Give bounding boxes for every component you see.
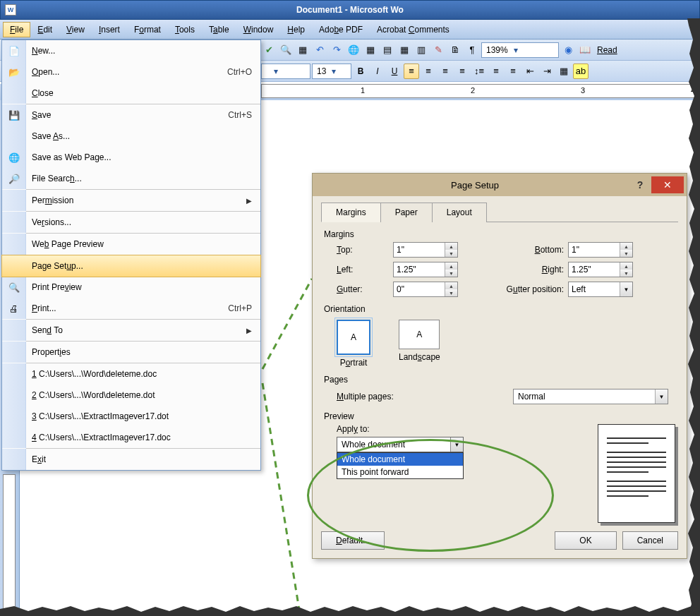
spin-up-icon[interactable]: ▲ [445,262,457,270]
increase-indent-icon[interactable]: ⇥ [539,64,555,79]
undo-icon[interactable]: ↶ [312,42,327,58]
apply-to-option-forward[interactable]: This point forward [337,466,463,478]
menu-tools[interactable]: Tools [168,22,202,37]
menu-item-properties[interactable]: Properties [2,342,260,363]
document-map-icon[interactable]: 🗎 [447,42,463,58]
align-right-icon[interactable]: ≡ [438,64,453,79]
spin-down-icon[interactable]: ▼ [445,289,457,296]
close-button[interactable]: ✕ [651,176,684,193]
align-center-icon[interactable]: ≡ [421,64,436,79]
bold-icon[interactable]: B [353,64,368,79]
spin-down-icon[interactable]: ▼ [620,250,632,257]
menu-item-print-preview[interactable]: 🔍Print Preview [2,277,260,298]
spin-down-icon[interactable]: ▼ [445,250,457,257]
menu-item-new[interactable]: 📄New... [2,40,260,61]
menu-item-web-preview[interactable]: Web Page Preview [2,234,260,255]
menu-item-recent-3[interactable]: 3 C:\Users\...\ExtractImagever17.dot [2,406,260,427]
font-size-combo[interactable]: 13 ▾ [312,64,351,79]
menu-item-save-web[interactable]: 🌐Save as Web Page... [2,147,260,168]
spin-down-icon[interactable]: ▼ [620,270,632,277]
help-button[interactable]: ? [629,179,651,191]
help-icon[interactable]: ◉ [560,42,576,58]
tab-layout[interactable]: Layout [432,203,487,222]
horizontal-ruler[interactable]: 1 2 3 4 [261,84,699,98]
tables-borders-icon[interactable]: ▦ [295,42,310,58]
line-spacing-icon[interactable]: ↕≡ [471,64,487,79]
zoom-combo[interactable]: 139% ▾ [481,42,559,58]
spin-up-icon[interactable]: ▲ [620,262,632,270]
bottom-spinner[interactable]: 1"▲▼ [568,242,633,258]
read-label[interactable]: Read [594,45,620,55]
gutter-spinner[interactable]: 0"▲▼ [393,282,458,297]
bulleted-list-icon[interactable]: ≡ [505,64,521,79]
menu-item-recent-2[interactable]: 2 C:\Users\...\Word\deleteme.dot [2,385,260,406]
drawing-icon[interactable]: ✎ [430,42,446,58]
highlight-icon[interactable]: ab [573,64,589,79]
research-icon[interactable]: 🔍 [278,42,294,58]
right-spinner[interactable]: 1.25"▲▼ [568,262,633,277]
read-mode-icon[interactable]: 📖 [577,42,593,58]
menu-edit[interactable]: Edit [30,22,59,37]
menu-file[interactable]: File [3,22,30,37]
underline-icon[interactable]: U [387,64,402,79]
menu-item-print[interactable]: 🖨Print...Ctrl+P [2,298,260,319]
font-combo[interactable]: ▾ [261,64,310,79]
decrease-indent-icon[interactable]: ⇤ [522,64,538,79]
excel-icon[interactable]: ▦ [397,42,412,58]
ok-button[interactable]: OK [555,531,616,550]
left-spinner[interactable]: 1.25"▲▼ [393,262,458,277]
tab-margins[interactable]: Margins [321,203,381,222]
cancel-button[interactable]: Cancel [622,531,678,550]
italic-icon[interactable]: I [370,64,385,79]
menu-adobe-pdf[interactable]: Adobe PDF [312,22,370,37]
dialog-titlebar[interactable]: Page Setup ? ✕ [313,174,687,196]
menu-item-recent-1[interactable]: 1 C:\Users\...\Word\deleteme.doc [2,363,260,385]
checkmark-icon[interactable]: ✔ [261,42,277,58]
menu-acrobat-comments[interactable]: Acrobat Comments [370,22,457,37]
gutter-position-combo[interactable]: Left▼ [568,282,633,297]
justify-icon[interactable]: ≡ [454,64,470,79]
apply-to-combo[interactable]: Whole document▼ Whole document This poin… [337,437,464,452]
orientation-portrait[interactable]: A Portrait [337,320,370,368]
spin-up-icon[interactable]: ▲ [445,282,457,289]
spin-up-icon[interactable]: ▲ [620,243,632,250]
show-formatting-icon[interactable]: ¶ [464,42,480,58]
default-button[interactable]: Default... [321,531,385,550]
menu-item-send-to[interactable]: Send To▶ [2,320,260,341]
preview-header: Preview [324,411,675,421]
menu-help[interactable]: Help [280,22,312,37]
menu-item-recent-4[interactable]: 4 C:\Users\...\ExtractImagever17.doc [2,427,260,448]
menu-item-file-search[interactable]: 🔎File Search... [2,168,260,189]
menu-item-versions[interactable]: Versions... [2,212,260,233]
menu-format[interactable]: Format [127,22,168,37]
menu-item-close[interactable]: Close [2,83,260,104]
tables-icon[interactable]: ▦ [363,42,378,58]
columns-icon[interactable]: ▥ [414,42,429,58]
redo-icon[interactable]: ↷ [329,42,344,58]
menu-window[interactable]: Window [236,22,281,37]
menu-item-exit[interactable]: Exit [2,449,260,470]
multiple-pages-combo[interactable]: Normal▼ [513,389,668,404]
numbered-list-icon[interactable]: ≡ [488,64,504,79]
vertical-ruler-scale [3,474,16,615]
spin-up-icon[interactable]: ▲ [445,243,457,250]
menu-table[interactable]: Table [202,22,236,37]
menu-item-open[interactable]: 📂Open...Ctrl+O [2,61,260,83]
insert-table-icon[interactable]: ▤ [380,42,395,58]
orientation-header: Orientation [324,304,675,314]
apply-to-option-whole[interactable]: Whole document [337,453,463,466]
menu-item-permission[interactable]: Permission▶ [2,190,260,211]
hyperlink-icon[interactable]: 🌐 [346,42,361,58]
spin-down-icon[interactable]: ▼ [445,270,457,277]
align-left-icon[interactable]: ≡ [404,64,419,79]
bottom-label: Bottom: [490,245,568,255]
menu-insert[interactable]: Insert [92,22,127,37]
tab-paper[interactable]: Paper [380,203,433,222]
borders-icon[interactable]: ▦ [556,64,572,79]
menu-item-save[interactable]: 💾SaveCtrl+S [2,104,260,126]
orientation-landscape[interactable]: A Landscape [399,320,440,368]
menu-view[interactable]: View [59,22,92,37]
top-spinner[interactable]: 1"▲▼ [393,242,458,258]
menu-item-save-as[interactable]: Save As... [2,126,260,147]
menu-item-page-setup[interactable]: Page Setup... [2,255,260,277]
